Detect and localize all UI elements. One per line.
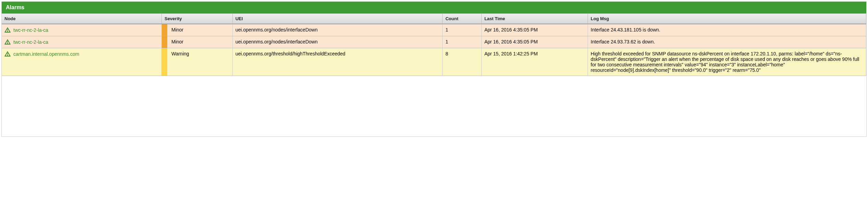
node-cell: twc-rr-nc-2-la-ca bbox=[2, 36, 161, 48]
alert-triangle-icon bbox=[4, 51, 11, 57]
lasttime-cell: Apr 15, 2016 1:42:25 PM bbox=[481, 48, 588, 76]
svg-point-1 bbox=[8, 31, 8, 31]
col-header-lasttime[interactable]: Last Time bbox=[481, 14, 588, 24]
table-row: twc-rr-nc-2-la-caMinoruei.opennms.org/no… bbox=[2, 24, 866, 36]
severity-bar bbox=[162, 24, 167, 36]
severity-label: Minor bbox=[171, 27, 183, 32]
panel-title: Alarms bbox=[2, 2, 866, 13]
table-body: twc-rr-nc-2-la-caMinoruei.opennms.org/no… bbox=[2, 24, 866, 76]
node-cell: twc-rr-nc-2-la-ca bbox=[2, 24, 161, 36]
count-cell: 1 bbox=[443, 36, 481, 48]
col-header-logmsg[interactable]: Log Msg bbox=[588, 14, 866, 24]
col-header-severity[interactable]: Severity bbox=[161, 14, 232, 24]
panel-body: Node Severity UEI Count Last Time Log Ms… bbox=[2, 13, 866, 136]
lasttime-cell: Apr 16, 2016 4:35:05 PM bbox=[481, 24, 588, 36]
uei-cell: uei.opennms.org/nodes/interfaceDown bbox=[232, 24, 443, 36]
node-link[interactable]: twc-rr-nc-2-la-ca bbox=[13, 39, 48, 45]
alert-triangle-icon bbox=[4, 39, 11, 45]
severity-cell: Warning bbox=[161, 48, 232, 76]
table-row: cartman.internal.opennms.comWarninguei.o… bbox=[2, 48, 866, 76]
severity-label: Minor bbox=[171, 39, 183, 44]
uei-cell: uei.opennms.org/nodes/interfaceDown bbox=[232, 36, 443, 48]
severity-cell: Minor bbox=[161, 24, 232, 36]
logmsg-cell: High threshold exceeded for SNMP datasou… bbox=[588, 48, 866, 76]
count-cell: 1 bbox=[443, 24, 481, 36]
alert-triangle-icon bbox=[4, 27, 11, 33]
svg-point-3 bbox=[8, 43, 8, 43]
node-cell: cartman.internal.opennms.com bbox=[2, 48, 161, 76]
lasttime-cell: Apr 16, 2016 4:35:05 PM bbox=[481, 36, 588, 48]
table-header-row: Node Severity UEI Count Last Time Log Ms… bbox=[2, 14, 866, 24]
alarms-table: Node Severity UEI Count Last Time Log Ms… bbox=[2, 13, 866, 76]
alarms-panel: Alarms Node Severity UEI Count Last Time… bbox=[1, 1, 867, 137]
table-row: twc-rr-nc-2-la-caMinoruei.opennms.org/no… bbox=[2, 36, 866, 48]
col-header-count[interactable]: Count bbox=[443, 14, 481, 24]
col-header-node[interactable]: Node bbox=[2, 14, 161, 24]
count-cell: 8 bbox=[443, 48, 481, 76]
severity-bar bbox=[162, 36, 167, 48]
severity-label: Warning bbox=[171, 51, 189, 56]
logmsg-cell: Interface 24.93.73.62 is down. bbox=[588, 36, 866, 48]
svg-point-5 bbox=[8, 55, 8, 55]
col-header-uei[interactable]: UEI bbox=[232, 14, 443, 24]
node-link[interactable]: twc-rr-nc-2-la-ca bbox=[13, 27, 48, 33]
uei-cell: uei.opennms.org/threshold/highThresholdE… bbox=[232, 48, 443, 76]
node-link[interactable]: cartman.internal.opennms.com bbox=[13, 51, 79, 57]
severity-bar bbox=[162, 48, 167, 76]
logmsg-cell: Interface 24.43.181.105 is down. bbox=[588, 24, 866, 36]
severity-cell: Minor bbox=[161, 36, 232, 48]
